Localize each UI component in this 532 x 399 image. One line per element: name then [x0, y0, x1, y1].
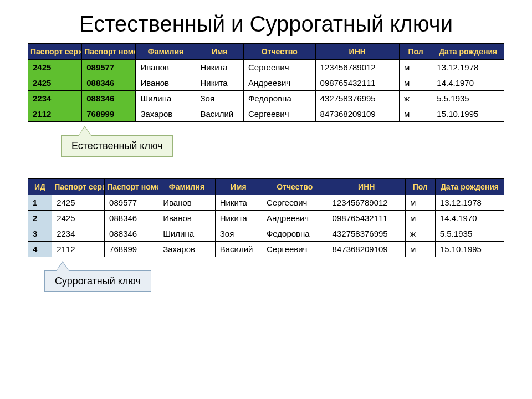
callout-label: Суррогатный ключ	[55, 275, 141, 287]
cell-passport-series: 2234	[28, 91, 82, 106]
col-name: Имя	[215, 179, 262, 195]
table-row: 1 2425 089577 Иванов Никита Сергеевич 12…	[28, 195, 504, 211]
cell-birthdate: 13.12.1978	[432, 60, 504, 75]
col-birthdate: Дата рождения	[432, 44, 504, 60]
cell-birthdate: 14.4.1970	[435, 211, 504, 226]
cell-patronymic: Андреевич	[243, 75, 315, 91]
cell-passport-number: 089577	[105, 195, 158, 211]
cell-birthdate: 5.5.1935	[435, 226, 504, 242]
table-header-row: ИД Паспорт серия Паспорт номер Фамилия И…	[28, 179, 504, 195]
col-birthdate: Дата рождения	[435, 179, 504, 195]
table-header-row: Паспорт серия Паспорт номер Фамилия Имя …	[28, 44, 504, 60]
cell-passport-series: 2112	[52, 242, 105, 257]
callout-surrogate-key: Суррогатный ключ	[44, 270, 151, 292]
callout-label: Естественный ключ	[71, 140, 162, 151]
cell-surname: Шилина	[136, 91, 196, 106]
cell-surname: Иванов	[136, 60, 196, 75]
col-patronymic: Отчество	[243, 44, 315, 60]
cell-name: Зоя	[215, 226, 262, 242]
col-surname: Фамилия	[158, 179, 216, 195]
cell-inn: 432758376995	[328, 226, 405, 242]
cell-birthdate: 5.5.1935	[432, 91, 504, 106]
table-row: 2425 088346 Иванов Никита Андреевич 0987…	[28, 75, 504, 91]
cell-sex: ж	[405, 226, 435, 242]
cell-birthdate: 13.12.1978	[435, 195, 504, 211]
cell-passport-series: 2425	[52, 195, 105, 211]
col-passport-series: Паспорт серия	[52, 179, 105, 195]
col-sex: Пол	[399, 44, 432, 60]
slide-title: Естественный и Суррогатный ключи	[28, 11, 504, 37]
table-row: 2112 768999 Захаров Василий Сергеевич 84…	[28, 106, 504, 122]
cell-birthdate: 15.10.1995	[432, 106, 504, 122]
cell-sex: м	[405, 195, 435, 211]
cell-id: 1	[28, 195, 52, 211]
cell-patronymic: Сергеевич	[243, 60, 315, 75]
cell-name: Никита	[215, 195, 262, 211]
cell-inn: 847368209109	[315, 106, 399, 122]
callout-container: Естественный ключ	[28, 125, 504, 164]
cell-name: Никита	[215, 211, 262, 226]
cell-birthdate: 14.4.1970	[432, 75, 504, 91]
table-surrogate-key: ИД Паспорт серия Паспорт номер Фамилия И…	[28, 178, 504, 257]
col-name: Имя	[196, 44, 243, 60]
cell-surname: Захаров	[158, 242, 216, 257]
cell-name: Никита	[196, 75, 243, 91]
col-patronymic: Отчество	[262, 179, 328, 195]
callout-container: Суррогатный ключ	[28, 260, 504, 299]
cell-sex: ж	[399, 91, 432, 106]
cell-inn: 098765432111	[315, 75, 399, 91]
col-id: ИД	[28, 179, 52, 195]
col-passport-series: Паспорт серия	[28, 44, 82, 60]
cell-patronymic: Андреевич	[262, 211, 328, 226]
cell-sex: м	[399, 75, 432, 91]
cell-name: Никита	[196, 60, 243, 75]
cell-surname: Иванов	[158, 195, 216, 211]
table-row: 3 2234 088346 Шилина Зоя Федоровна 43275…	[28, 226, 504, 242]
cell-sex: м	[399, 106, 432, 122]
cell-surname: Иванов	[136, 75, 196, 91]
callout-natural-key: Естественный ключ	[61, 135, 173, 157]
cell-passport-series: 2112	[28, 106, 82, 122]
col-sex: Пол	[405, 179, 435, 195]
cell-surname: Захаров	[136, 106, 196, 122]
table-natural-key: Паспорт серия Паспорт номер Фамилия Имя …	[28, 43, 504, 122]
cell-inn: 123456789012	[315, 60, 399, 75]
cell-patronymic: Сергеевич	[262, 242, 328, 257]
cell-name: Василий	[196, 106, 243, 122]
cell-inn: 432758376995	[315, 91, 399, 106]
cell-passport-number: 088346	[105, 211, 158, 226]
cell-passport-series: 2425	[28, 60, 82, 75]
col-passport-number: Паспорт номер	[82, 44, 136, 60]
col-surname: Фамилия	[136, 44, 196, 60]
cell-id: 2	[28, 211, 52, 226]
cell-inn: 123456789012	[328, 195, 405, 211]
cell-name: Василий	[215, 242, 262, 257]
cell-surname: Шилина	[158, 226, 216, 242]
cell-passport-number: 088346	[82, 75, 136, 91]
cell-passport-series: 2425	[52, 211, 105, 226]
cell-passport-number: 768999	[105, 242, 158, 257]
col-inn: ИНН	[328, 179, 405, 195]
cell-inn: 098765432111	[328, 211, 405, 226]
table-row: 4 2112 768999 Захаров Василий Сергеевич …	[28, 242, 504, 257]
cell-passport-number: 088346	[82, 91, 136, 106]
cell-id: 3	[28, 226, 52, 242]
slide: Естественный и Суррогатный ключи Паспорт…	[0, 0, 532, 299]
table-row: 2425 089577 Иванов Никита Сергеевич 1234…	[28, 60, 504, 75]
cell-patronymic: Сергеевич	[262, 195, 328, 211]
cell-birthdate: 15.10.1995	[435, 242, 504, 257]
cell-patronymic: Сергеевич	[243, 106, 315, 122]
col-inn: ИНН	[315, 44, 399, 60]
cell-surname: Иванов	[158, 211, 216, 226]
cell-sex: м	[399, 60, 432, 75]
cell-sex: м	[405, 242, 435, 257]
cell-sex: м	[405, 211, 435, 226]
col-passport-number: Паспорт номер	[105, 179, 158, 195]
cell-passport-number: 089577	[82, 60, 136, 75]
cell-passport-series: 2234	[52, 226, 105, 242]
table-row: 2 2425 088346 Иванов Никита Андреевич 09…	[28, 211, 504, 226]
cell-passport-number: 088346	[105, 226, 158, 242]
cell-passport-series: 2425	[28, 75, 82, 91]
table-row: 2234 088346 Шилина Зоя Федоровна 4327583…	[28, 91, 504, 106]
cell-patronymic: Федоровна	[262, 226, 328, 242]
